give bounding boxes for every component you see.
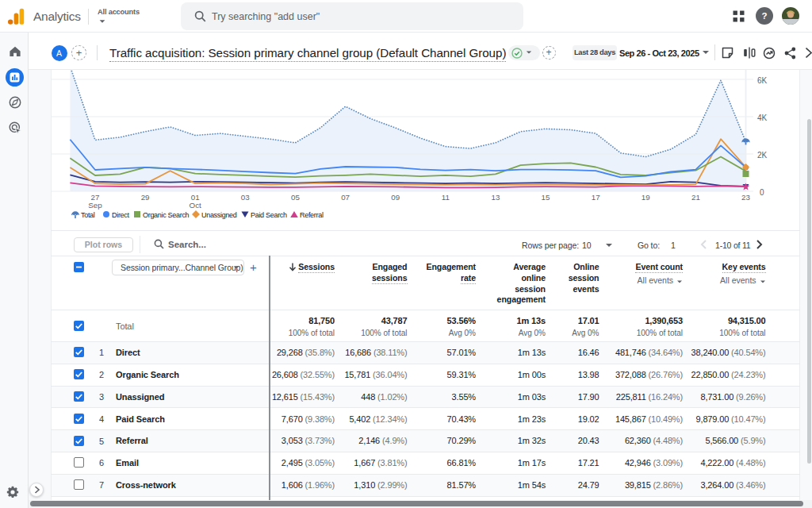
- svg-text:6K: 6K: [757, 76, 768, 85]
- svg-text:2K: 2K: [757, 151, 768, 160]
- svg-text:13: 13: [491, 193, 500, 202]
- svg-text:11: 11: [442, 193, 450, 202]
- svg-text:03: 03: [241, 193, 250, 202]
- svg-text:Sep: Sep: [88, 201, 102, 210]
- svg-text:15: 15: [542, 193, 550, 202]
- svg-text:0: 0: [760, 188, 764, 197]
- svg-text:19: 19: [642, 193, 650, 202]
- svg-text:21: 21: [691, 193, 700, 202]
- svg-text:07: 07: [341, 193, 350, 202]
- svg-text:4K: 4K: [757, 114, 768, 122]
- svg-text:05: 05: [291, 193, 300, 202]
- svg-text:29: 29: [141, 193, 150, 202]
- svg-text:17: 17: [592, 193, 600, 202]
- svg-text:09: 09: [391, 193, 400, 202]
- svg-text:Oct: Oct: [190, 201, 202, 210]
- svg-text:23: 23: [741, 193, 750, 202]
